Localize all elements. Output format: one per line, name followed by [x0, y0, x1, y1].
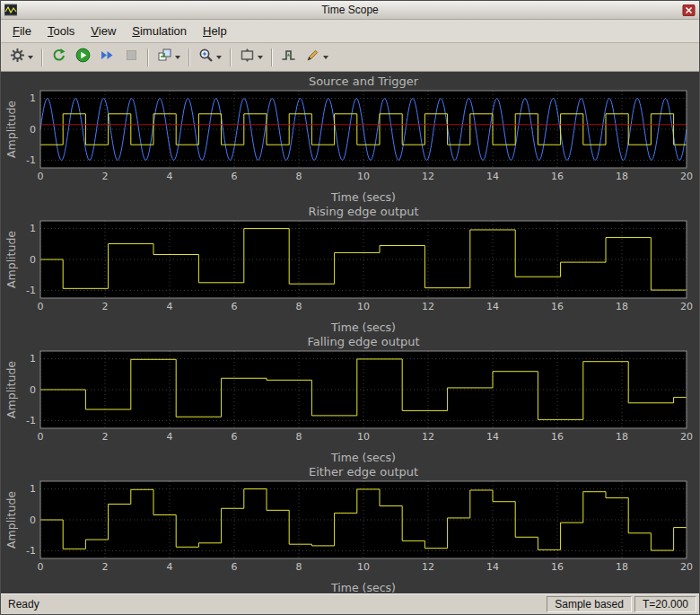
stepping-options-icon: [157, 48, 172, 66]
step-forward-icon: [100, 48, 115, 66]
x-tick-label: 8: [296, 561, 302, 573]
menubar: File Tools View Simulation Help: [1, 20, 699, 43]
x-tick-label: 14: [486, 171, 499, 182]
x-tick-label: 12: [422, 171, 434, 182]
x-tick-label: 10: [357, 561, 370, 573]
chevron-down-icon: [323, 56, 328, 59]
stop-button[interactable]: [119, 44, 144, 70]
x-tick-label: 20: [680, 431, 693, 443]
chart-xlabel: Time (secs): [330, 190, 396, 204]
menu-item-file[interactable]: File: [4, 22, 39, 40]
x-tick-label: 18: [616, 301, 628, 312]
x-tick-label: 2: [102, 561, 109, 573]
x-tick-label: 8: [296, 301, 302, 312]
measurements-button[interactable]: [301, 44, 333, 70]
stop-icon: [124, 48, 139, 66]
gear-icon: [10, 48, 25, 66]
x-tick-label: 18: [616, 431, 628, 443]
x-tick-label: 20: [680, 301, 693, 312]
status-ready: Ready: [4, 596, 544, 612]
x-tick-label: 4: [167, 431, 173, 443]
y-tick-label: 0: [30, 124, 36, 136]
chart-panel-either-edge-output[interactable]: 02468101214161820-101Either edge outputT…: [4, 465, 699, 593]
time-scope-window: Time Scope File Tools View Simulation He…: [0, 0, 700, 615]
toolbar-separator: [230, 48, 232, 66]
chart-panel-rising-edge-output[interactable]: 02468101214161820-101Rising edge outputT…: [4, 205, 699, 335]
x-tick-label: 14: [486, 561, 499, 573]
run-icon: [75, 48, 91, 66]
fit-axes-button[interactable]: [235, 44, 267, 70]
step-forward-button[interactable]: [95, 44, 119, 70]
menu-item-simulation[interactable]: Simulation: [124, 22, 195, 40]
x-tick-label: 0: [38, 301, 44, 312]
x-tick-label: 18: [616, 171, 628, 182]
zoom-button[interactable]: [194, 44, 226, 70]
chevron-down-icon: [28, 56, 33, 59]
chart-svg: 02468101214161820-101Either edge outputT…: [4, 465, 696, 593]
x-tick-label: 4: [167, 171, 173, 182]
x-tick-label: 6: [232, 301, 238, 312]
chart-title: Source and Trigger: [309, 75, 419, 88]
chart-xlabel: Time (secs): [330, 321, 396, 334]
x-tick-label: 12: [422, 561, 434, 573]
x-tick-label: 10: [357, 301, 370, 312]
trigger-button[interactable]: [276, 44, 301, 70]
x-tick-label: 6: [232, 171, 238, 182]
chart-svg: 02468101214161820-101Rising edge outputT…: [4, 205, 696, 335]
window-title: Time Scope: [1, 4, 699, 16]
x-tick-label: 4: [167, 301, 173, 312]
chart-panel-source-and-trigger[interactable]: 02468101214161820-101Source and TriggerT…: [4, 75, 699, 205]
y-tick-label: 1: [30, 483, 36, 495]
chart-svg: 02468101214161820-101Source and TriggerT…: [4, 75, 696, 205]
status-time: T=20.000: [634, 596, 696, 612]
x-tick-label: 14: [486, 301, 499, 312]
titlebar[interactable]: Time Scope: [1, 1, 699, 20]
magnifier-icon: [198, 48, 214, 66]
pencil-icon: [305, 48, 320, 66]
x-tick-label: 4: [167, 561, 173, 573]
x-tick-label: 20: [680, 561, 693, 573]
close-button[interactable]: [682, 4, 696, 16]
y-tick-label: 0: [30, 514, 36, 526]
y-tick-label: 0: [30, 384, 36, 396]
x-tick-label: 8: [296, 171, 302, 182]
y-tick-label: 0: [30, 254, 36, 266]
x-tick-label: 2: [102, 431, 109, 443]
y-tick-label: -1: [26, 415, 36, 426]
y-tick-label: 1: [30, 223, 36, 234]
status-sample-mode: Sample based: [547, 596, 632, 612]
chart-ylabel: Amplitude: [4, 101, 18, 158]
x-tick-label: 16: [551, 171, 564, 182]
chevron-down-icon: [216, 56, 222, 59]
chevron-down-icon: [258, 56, 263, 59]
x-tick-label: 10: [357, 171, 370, 182]
y-tick-label: 1: [30, 92, 36, 104]
menu-item-view[interactable]: View: [83, 22, 124, 40]
run-button[interactable]: [71, 44, 95, 70]
menu-item-tools[interactable]: Tools: [39, 22, 83, 40]
x-tick-label: 6: [232, 561, 238, 573]
toolbar-separator: [41, 48, 43, 66]
settings-button[interactable]: [5, 44, 38, 70]
y-tick-label: -1: [26, 545, 36, 557]
toolbar-separator: [188, 48, 190, 66]
x-tick-label: 0: [38, 431, 44, 443]
chart-xlabel: Time (secs): [330, 581, 396, 593]
y-tick-label: -1: [26, 154, 36, 166]
stepping-options-button[interactable]: [153, 44, 185, 70]
window-icon: [4, 4, 17, 16]
toolbar-separator: [147, 48, 149, 66]
x-tick-label: 2: [102, 171, 109, 182]
chart-panel-falling-edge-output[interactable]: 02468101214161820-101Falling edge output…: [4, 335, 699, 465]
scope-canvas: 02468101214161820-101Source and TriggerT…: [1, 72, 699, 593]
restart-button[interactable]: [47, 44, 71, 70]
x-tick-label: 18: [616, 561, 628, 573]
x-tick-label: 12: [422, 301, 434, 312]
menu-item-help[interactable]: Help: [195, 22, 235, 40]
x-tick-label: 16: [551, 561, 564, 573]
toolbar-separator: [271, 48, 273, 66]
x-tick-label: 10: [357, 431, 370, 443]
fit-axes-icon: [240, 48, 255, 66]
x-tick-label: 12: [422, 431, 434, 443]
restart-icon: [51, 48, 66, 66]
